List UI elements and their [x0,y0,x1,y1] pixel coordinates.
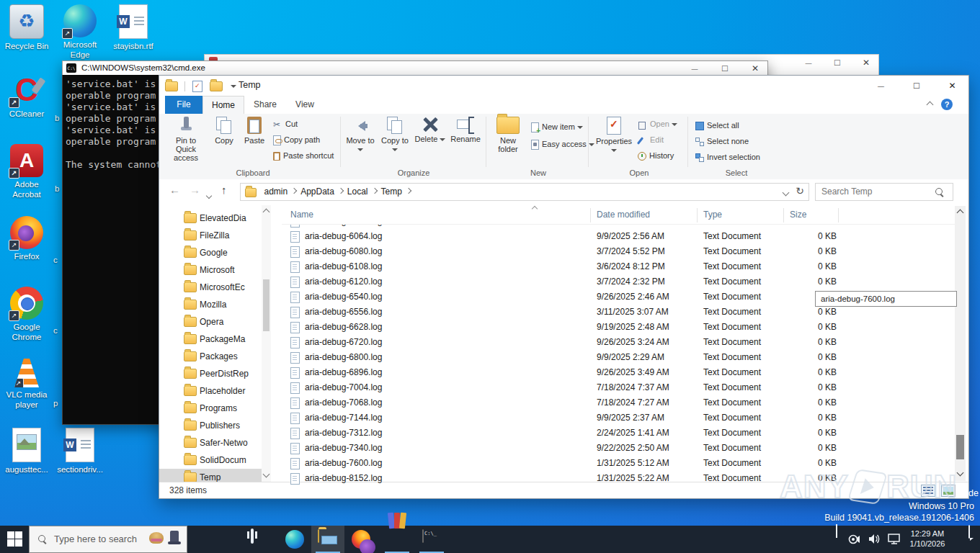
file-row[interactable]: aria-debug-6064.log9/9/2025 2:56 AMText … [282,229,955,244]
new-folder-qat-icon[interactable] [210,81,223,91]
sidebar-item-publishers[interactable]: Publishers [159,417,262,434]
scroll-up-icon[interactable] [263,209,270,216]
file-row[interactable]: aria-debug-7004.log7/18/2024 7:37 AMText… [282,380,955,395]
sidebar-item-opera[interactable]: Opera [159,313,262,331]
scrollbar-thumb[interactable] [263,279,270,331]
properties-qat-icon[interactable] [192,81,202,92]
task-view-button[interactable] [242,526,275,553]
column-header-date[interactable]: Date modified [597,210,650,220]
address-dropdown-caret-icon[interactable] [783,189,790,197]
file-row[interactable]: aria-debug-6080.log3/7/2024 5:52 PMText … [282,244,955,259]
rename-button[interactable]: Rename [447,117,484,143]
desktop-icon-vlc[interactable]: ↗VLC media player [0,357,53,410]
back-button[interactable]: ← [169,184,180,196]
select-all-button[interactable]: Select all [695,121,739,130]
column-header-name[interactable]: Name [290,210,313,220]
sidebar-item-google[interactable]: Google [159,244,262,261]
screen-recorder-indicator[interactable] [847,534,860,553]
desktop-icon-microsoft-edge[interactable]: ↗Microsoft Edge [53,4,107,60]
desktop-icon-recycle-bin[interactable]: ♻Recycle Bin [0,4,53,51]
recent-locations-caret-icon[interactable] [207,188,211,200]
start-button[interactable] [7,531,23,547]
scroll-down-icon[interactable] [263,471,270,478]
sidebar-item-programs[interactable]: Programs [159,400,262,417]
easy-access-button[interactable]: Easy access [531,140,594,150]
desktop-icon-augusttec[interactable]: augusttec... [0,428,53,475]
pin-to-quick-access-button[interactable]: Pin to Quick access [165,117,207,162]
taskbar-clock[interactable]: 12:29 AM 1/10/2026 [905,529,950,553]
tab-home[interactable]: Home [202,96,244,114]
network-button[interactable] [888,534,902,553]
maximize-button[interactable] [713,61,737,76]
scroll-down-icon[interactable] [957,469,964,477]
sidebar-item-soliddocum[interactable]: SolidDocum [159,451,262,469]
breadcrumb-item[interactable]: Local [347,184,368,200]
sidebar-item-safer-netwo[interactable]: Safer-Netwo [159,434,262,451]
file-row[interactable]: aria-debug-6628.log9/19/2025 2:48 AMText… [282,320,955,335]
file-row[interactable]: aria-debug-6896.log9/26/2025 3:49 AMText… [282,365,955,380]
open-button[interactable]: Open [638,120,677,130]
desktop-icon-sectiondriv[interactable]: sectiondriv... [53,428,107,475]
explorer-titlebar[interactable]: Temp [159,76,968,96]
desktop-icon-ccleaner[interactable]: C↗CCleaner [0,73,53,119]
taskbar-search-box[interactable]: Type here to search [29,526,187,553]
select-none-button[interactable]: Select none [695,137,749,146]
sidebar-item-elevateddia[interactable]: ElevatedDia [159,210,262,227]
close-button[interactable] [936,76,968,96]
minimize-button[interactable] [796,55,821,71]
cmd-titlebar[interactable]: C:\ C:\WINDOWS\system32\cmd.exe [62,60,768,76]
copy-button[interactable]: Copy [210,117,239,145]
tab-view[interactable]: View [286,96,324,114]
sidebar-item-packagema[interactable]: PackageMa [159,331,262,348]
volume-button[interactable] [868,534,881,553]
maximize-button[interactable] [901,76,933,96]
search-highlight-bonnet-icon[interactable] [149,532,164,544]
paste-shortcut-button[interactable]: Paste shortcut [273,151,334,161]
search-box[interactable]: Search Temp [815,183,953,201]
tab-file[interactable]: File [165,96,202,114]
scroll-up-icon[interactable] [957,210,964,217]
invert-selection-button[interactable]: Invert selection [695,153,760,162]
maximize-button[interactable] [825,55,850,71]
sidebar-item-peerdistrep[interactable]: PeerDistRep [159,365,262,382]
help-icon[interactable] [941,99,953,110]
paste-button[interactable]: Paste [240,117,269,145]
minimize-button[interactable] [865,76,897,96]
copy-to-button[interactable]: Copy to [378,117,411,153]
desktop-icon-firefox[interactable]: ↗Firefox [0,216,53,261]
delete-button[interactable]: Delete [414,117,446,143]
sidebar-item-microsoft[interactable]: Microsoft [159,261,262,279]
search-highlight-tophat-icon[interactable] [168,531,181,545]
sidebar-item-placeholder[interactable]: Placeholder [159,382,262,400]
file-row[interactable]: aria-debug-6720.log9/26/2025 3:24 AMText… [282,335,955,350]
desktop-icon-stayisbn[interactable]: stayisbn.rtf [107,4,160,51]
file-list-scrollbar[interactable] [955,206,966,481]
forward-button[interactable]: → [190,184,200,196]
file-row[interactable]: aria-debug-6120.log3/7/2024 2:32 PMText … [282,274,955,289]
desktop-icon-adobe-acrobat[interactable]: A↗Adobe Acrobat [0,144,53,199]
taskbar-firefox-button[interactable] [344,526,378,553]
scrollbar-thumb[interactable] [956,435,964,459]
sidebar-item-microsoftec[interactable]: MicrosoftEc [159,279,262,296]
file-row[interactable]: aria-debug-6556.log3/11/2025 3:07 AMText… [282,305,955,320]
sidebar-item-filezilla[interactable]: FileZilla [159,227,262,244]
file-row[interactable]: aria-debug-6108.log3/6/2024 8:12 PMText … [282,259,955,274]
cut-button[interactable]: Cut [273,120,298,130]
new-folder-button[interactable]: New folder [491,117,525,153]
close-button[interactable] [854,55,878,71]
taskbar-cmd-button[interactable] [415,526,448,553]
sidebar-item-temp[interactable]: Temp [159,469,262,482]
tray-expand-button[interactable] [836,526,837,553]
refresh-icon[interactable]: ↻ [796,185,804,197]
minimize-button[interactable] [682,61,707,76]
sidebar-item-mozilla[interactable]: Mozilla [159,296,262,313]
ribbon-collapse-icon[interactable] [927,102,934,109]
folder-icon[interactable] [165,81,178,91]
tab-share[interactable]: Share [244,96,286,114]
close-button[interactable] [743,61,767,76]
file-row[interactable]: aria-debug-7312.log2/24/2025 1:41 AMText… [282,426,955,441]
file-row[interactable]: aria-debug-7340.log9/22/2025 2:50 AMText… [282,441,955,456]
desktop-icon-google-chrome[interactable]: ↗Google Chrome [0,287,53,342]
breadcrumb-item[interactable]: AppData [300,184,334,200]
file-row[interactable]: aria-debug-6800.log9/9/2025 2:29 AMText … [282,350,955,365]
